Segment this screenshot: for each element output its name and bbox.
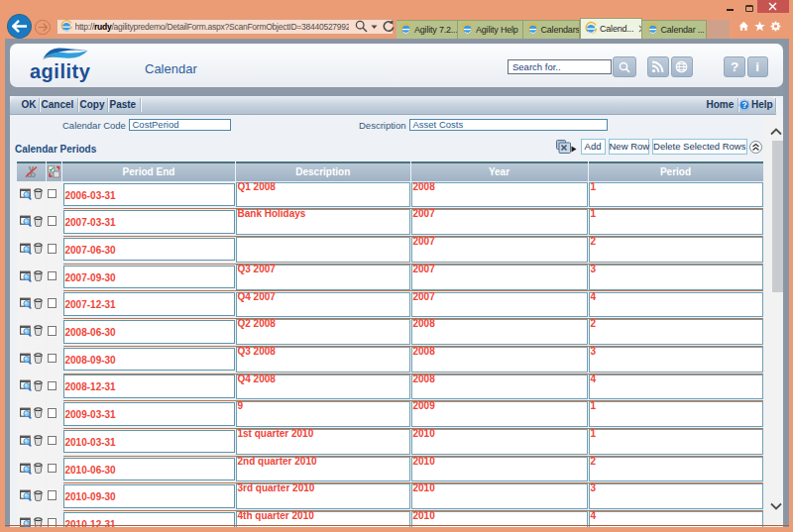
svg-text:?: ?: [741, 100, 746, 110]
